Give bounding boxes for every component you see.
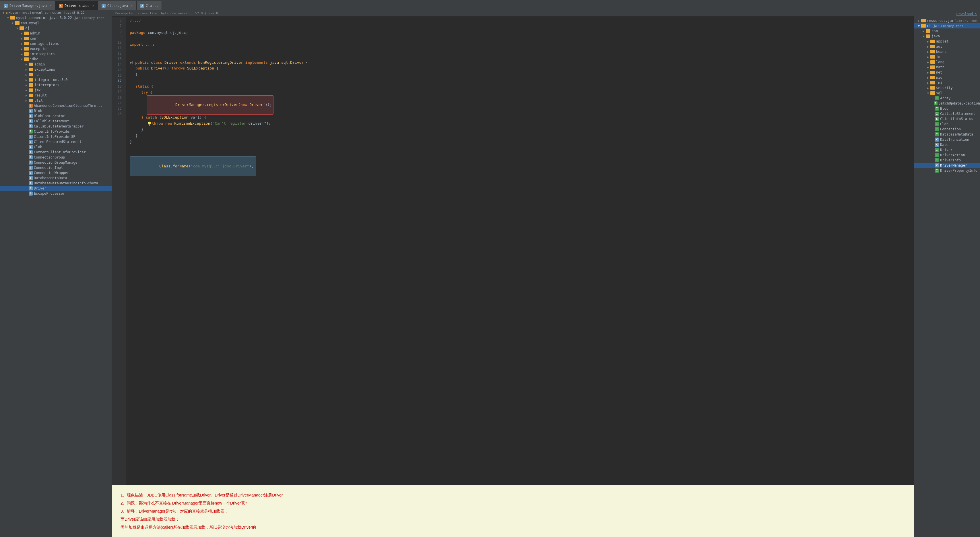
rtree-blob[interactable]: ▶ I Blob (914, 106, 980, 111)
arrow-jdbc: ▼ (19, 58, 24, 61)
rtree-rt-jar[interactable]: ▼ rt.jar library root (914, 23, 980, 29)
tree-file-databasemetadatausinginfo[interactable]: ▶ C DatabaseMetaDataUsingInfoSchema... (0, 181, 111, 186)
tree-file-commentclientinfoprovider[interactable]: ▶ C CommentClientInfoProvider (0, 150, 111, 155)
arrow-callablestatementwrapper: ▶ (24, 125, 29, 128)
rtree-security[interactable]: ▶ security (914, 85, 980, 91)
tree-jdbc-admin[interactable]: ▶ admin (0, 62, 111, 67)
tree-file-connectionimpl[interactable]: ▶ C ConnectionImpl (0, 165, 111, 170)
code-area[interactable]: /.../ package com.mysql.cj.jdbc; import … (126, 17, 914, 485)
tab-class-tab2[interactable]: J Cla... (136, 1, 162, 10)
folder-sql (931, 91, 935, 95)
rtree-date[interactable]: ▶ C Date (914, 142, 980, 147)
tab-driver-class[interactable]: C Driver.class ✕ (55, 1, 98, 10)
tree-file-abandoned[interactable]: ▶ C AbandonedConnectionCleanupThre... (0, 103, 111, 108)
tree-file-callablestatement[interactable]: ▶ C CallableStatement (0, 119, 111, 124)
rtree-beans[interactable]: ▶ beans (914, 49, 980, 54)
file-icon-driveraction: I (935, 153, 939, 157)
tree-jdbc[interactable]: ▼ jdbc (0, 57, 111, 62)
editor-content[interactable]: 6 7 8 9 10 11 12 13 14 15 16 17 18 19 20… (112, 17, 914, 485)
tab-drivermanager[interactable]: J DriverManager.java ✕ (0, 1, 55, 10)
tree-file-clob[interactable]: ▶ C Clob (0, 145, 111, 150)
tree-file-clientpreparedstatement[interactable]: ▶ C ClientPreparedStatement (0, 139, 111, 145)
rtree-nio[interactable]: ▶ nio (914, 75, 980, 80)
rtree-clob-sql[interactable]: ▶ I Clob (914, 121, 980, 127)
label-connectiongroupmanager: ConnectionGroupManager (34, 161, 80, 164)
tree-file-blob[interactable]: ▶ C Blob (0, 108, 111, 113)
tree-file-clientinfoprovidersp[interactable]: ▶ C ClientInfoProviderSP (0, 134, 111, 139)
tree-root[interactable]: ▼ ▣ Maven: mysql:mysql-connector-java:8.… (0, 10, 111, 15)
tree-interceptors-jdbc[interactable]: ▶ interceptors (0, 83, 111, 88)
rtree-callablestatement-sql[interactable]: ▶ I CallableStatement (914, 111, 980, 116)
bulb-icon: 💡 (147, 121, 152, 127)
arrow-clientinfoprovider: ▶ (24, 130, 29, 133)
tree-jmx[interactable]: ▶ jmx (0, 88, 111, 93)
tree-file-connectiongroupmanager[interactable]: ▶ C ConnectionGroupManager (0, 160, 111, 165)
rtree-resources-jar[interactable]: ▶ resources.jar library root (914, 18, 980, 23)
tree-configurations[interactable]: ▶ configurations (0, 41, 111, 46)
file-icon-blob: C (29, 109, 33, 113)
tree-admin[interactable]: ▶ admin (0, 31, 111, 36)
tree-jar[interactable]: ▼ mysql-connector-java-8.0.22.jar librar… (0, 15, 111, 21)
rtree-driver-sql[interactable]: ▶ I Driver (914, 147, 980, 153)
rtree-array[interactable]: ▶ I Array (914, 96, 980, 101)
tree-exceptions-cj[interactable]: ▶ exceptions (0, 46, 111, 51)
tree-util[interactable]: ▶ util (0, 98, 111, 103)
tree-file-connectionwrapper[interactable]: ▶ C ConnectionWrapper (0, 170, 111, 175)
tree-file-callablestatementwrapper[interactable]: ▶ C CallableStatementWrapper (0, 124, 111, 129)
tree-cj[interactable]: ▼ cj (0, 25, 111, 31)
rtree-io[interactable]: ▶ io (914, 54, 980, 59)
tab-close-class-java[interactable]: ✕ (131, 4, 132, 7)
tab-class-java[interactable]: J Class.java ✕ (98, 1, 136, 10)
tree-jdbc-exceptions[interactable]: ▶ exceptions (0, 67, 111, 72)
rtree-lang[interactable]: ▶ lang (914, 59, 980, 65)
tab-close-drivermanager[interactable]: ✕ (49, 4, 51, 7)
rtree-math[interactable]: ▶ math (914, 65, 980, 70)
code-line-import: import ...; (130, 41, 910, 48)
rtree-datatruncation[interactable]: ▶ C DataTruncation (914, 137, 980, 142)
label-driver: Driver (34, 186, 46, 190)
folder-lang (931, 60, 935, 64)
tree-arrow-jar: ▼ (6, 16, 10, 19)
arrow-com: ▶ (921, 30, 926, 33)
folder-jdbc-admin (29, 62, 33, 66)
rtree-databasemetadata-sql[interactable]: ▶ I DatabaseMetaData (914, 132, 980, 137)
tree-file-blobfromlocator[interactable]: ▶ C BlobFromLocator (0, 113, 111, 119)
tab-icon-class-java: J (102, 4, 106, 8)
tree-integration-c3p0[interactable]: ▶ integration.c3p0 (0, 77, 111, 83)
rtree-rmi[interactable]: ▶ rmi (914, 80, 980, 85)
rtree-net[interactable]: ▶ net (914, 70, 980, 75)
tree-com-mysql[interactable]: ▼ com.mysql (0, 21, 111, 25)
rtree-connection[interactable]: ▶ I Connection (914, 127, 980, 132)
download-link[interactable]: Download S (956, 12, 977, 16)
tab-close-driver-class[interactable]: ✕ (92, 4, 94, 7)
label-resources-jar-root: library root (955, 19, 978, 23)
label-admin: admin (30, 31, 40, 35)
tree-interceptors-cj[interactable]: ▶ interceptors (0, 51, 111, 57)
tree-file-connectiongroup[interactable]: ▶ C ConnectionGroup (0, 155, 111, 160)
tree-file-driver[interactable]: ▶ C Driver (0, 186, 111, 191)
tree-jdbc-ha[interactable]: ▶ ha (0, 72, 111, 77)
rtree-sql[interactable]: ▼ sql (914, 91, 980, 96)
label-sql: sql (936, 91, 942, 95)
tree-file-databasemetadata[interactable]: ▶ C DatabaseMetaData (0, 175, 111, 181)
arrow-interceptors-cj: ▶ (19, 53, 24, 56)
rtree-java[interactable]: ▼ java (914, 33, 980, 39)
tree-file-escapeprocessor[interactable]: ▶ C EscapeProcessor (0, 191, 111, 196)
tree-file-clientinfoprovider[interactable]: ▶ I ClientInfoProvider (0, 129, 111, 134)
rtree-awt[interactable]: ▶ awt (914, 44, 980, 49)
rtree-batchupdateexception[interactable]: ▶ I BatchUpdateException (914, 101, 980, 106)
code-line-constructor: public Driver() throws SQLException { (130, 65, 910, 72)
tree-result[interactable]: ▶ result (0, 93, 111, 98)
tree-conf[interactable]: ▶ conf (0, 36, 111, 41)
arrow-util: ▶ (24, 99, 29, 102)
rtree-clientinfostatus[interactable]: ▶ E ClientInfoStatus (914, 116, 980, 121)
rtree-driverpropertyinfo[interactable]: ▶ I DriverPropertyInfo (914, 168, 980, 173)
folder-security (931, 86, 935, 89)
label-nio: nio (936, 75, 942, 80)
rtree-driveraction[interactable]: ▶ I DriverAction (914, 153, 980, 158)
rtree-driverinfo[interactable]: ▶ I DriverInfo (914, 158, 980, 163)
rtree-applet[interactable]: ▶ applet (914, 39, 980, 44)
rtree-com[interactable]: ▶ com (914, 29, 980, 33)
rtree-drivermanager[interactable]: ▶ C DriverManager (914, 163, 980, 168)
arrow-batchupdateexception: ▶ (931, 102, 934, 105)
